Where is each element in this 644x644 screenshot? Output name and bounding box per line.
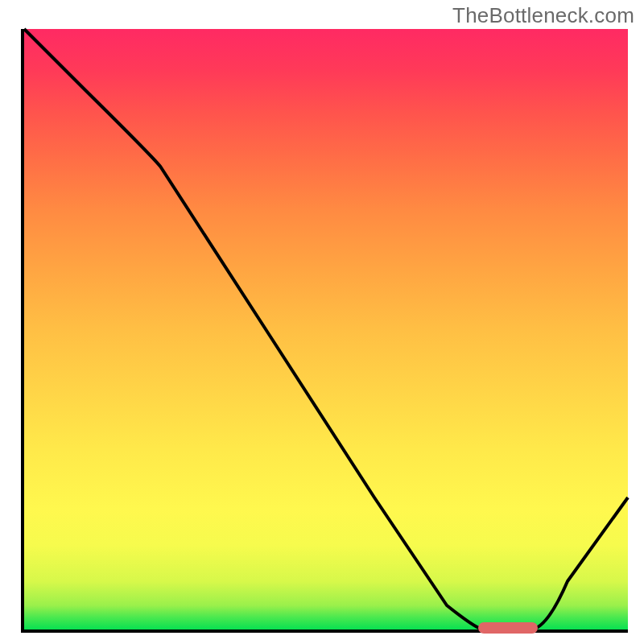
bottleneck-curve — [24, 29, 628, 630]
watermark-text: TheBottleneck.com — [452, 3, 634, 28]
chart-overlay — [24, 29, 628, 630]
plot-area — [21, 29, 628, 633]
chart-container: TheBottleneck.com — [0, 0, 644, 644]
optimal-range-marker — [478, 622, 538, 634]
